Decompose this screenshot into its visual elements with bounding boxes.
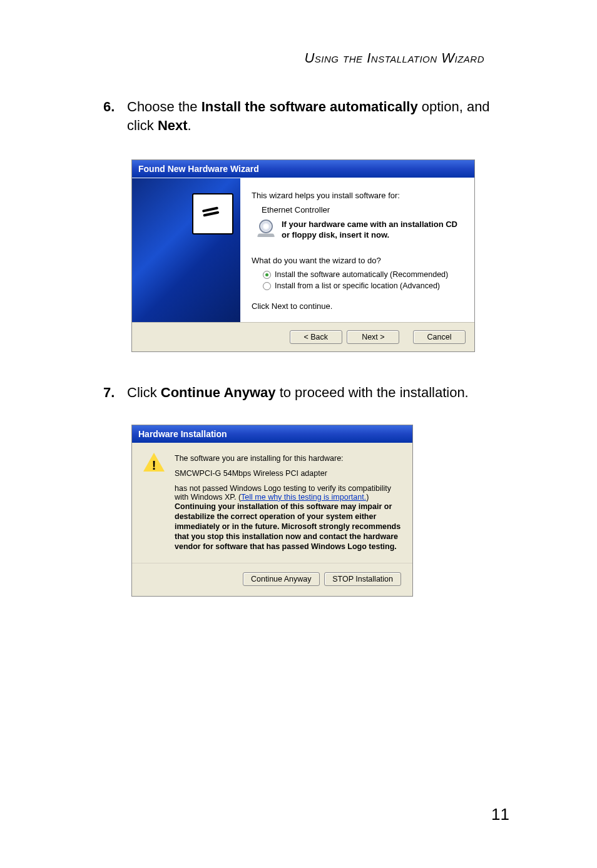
dialog-title: Found New Hardware Wizard bbox=[132, 160, 474, 178]
step-text: Click Continue Anyway to proceed with th… bbox=[127, 383, 491, 402]
logo-testing-text: has not passed Windows Logo testing to v… bbox=[175, 484, 391, 502]
click-next-text: Click Next to continue. bbox=[252, 301, 463, 311]
radio-label: Install from a list or specific location… bbox=[275, 281, 440, 290]
next-button[interactable]: Next > bbox=[347, 330, 399, 344]
section-header: Using the Installation Wizard bbox=[25, 50, 484, 66]
continue-anyway-button[interactable]: Continue Anyway bbox=[243, 572, 320, 586]
wizard-intro: This wizard helps you install software f… bbox=[252, 191, 463, 200]
radio-install-from-list[interactable]: Install from a list or specific location… bbox=[263, 281, 463, 290]
step-number: 7. bbox=[103, 383, 127, 402]
warning-icon: ! bbox=[143, 454, 165, 475]
step-text: Choose the Install the software automati… bbox=[127, 98, 491, 134]
found-new-hardware-wizard-dialog: Found New Hardware Wizard This wizard he… bbox=[131, 159, 475, 352]
warning-text: The software you are installing for this… bbox=[175, 454, 401, 558]
stop-installation-button[interactable]: STOP Installation bbox=[324, 572, 401, 586]
radio-icon-selected bbox=[263, 271, 271, 279]
instruction-step-6: 6. Choose the Install the software autom… bbox=[103, 98, 491, 134]
wizard-question: What do you want the wizard to do? bbox=[252, 256, 463, 265]
strong-warning: Continuing your installation of this sof… bbox=[175, 502, 401, 552]
cd-hint: If your hardware came with an installati… bbox=[258, 220, 463, 241]
cd-hint-text: If your hardware came with an installati… bbox=[282, 220, 463, 241]
dialog-footer: Continue Anyway STOP Installation bbox=[132, 563, 412, 596]
step-number: 6. bbox=[103, 98, 127, 134]
dialog-title: Hardware Installation bbox=[132, 425, 412, 443]
cd-icon bbox=[258, 220, 274, 236]
device-name: SMCWPCI-G 54Mbps Wireless PCI adapter bbox=[175, 469, 401, 478]
device-name: Ethernet Controller bbox=[262, 205, 463, 214]
wizard-footer: < Back Next > Cancel bbox=[132, 322, 474, 351]
wizard-sidebar-image bbox=[132, 178, 240, 322]
back-button[interactable]: < Back bbox=[290, 330, 342, 344]
cancel-button[interactable]: Cancel bbox=[413, 330, 466, 344]
hardware-installation-dialog: Hardware Installation ! The software you… bbox=[131, 425, 413, 597]
tell-me-why-link[interactable]: Tell me why this testing is important. bbox=[241, 493, 366, 502]
radio-install-automatically[interactable]: Install the software automatically (Reco… bbox=[263, 270, 463, 279]
wizard-content: This wizard helps you install software f… bbox=[240, 178, 474, 322]
instruction-step-7: 7. Click Continue Anyway to proceed with… bbox=[103, 383, 491, 402]
radio-icon bbox=[263, 282, 271, 290]
page-number: 11 bbox=[491, 805, 509, 824]
radio-label: Install the software automatically (Reco… bbox=[275, 270, 448, 279]
